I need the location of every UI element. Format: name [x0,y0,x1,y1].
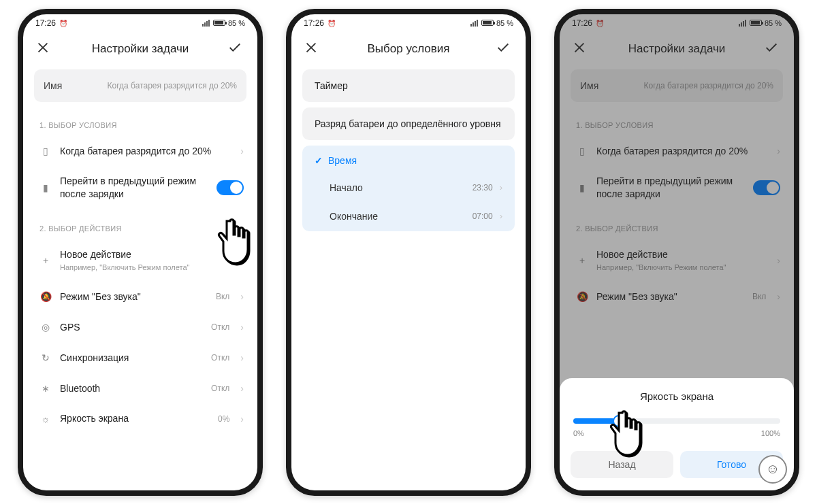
page-title: Настройки задачи [92,42,189,56]
status-time: 17:26 [35,18,56,28]
confirm-icon[interactable] [496,40,513,58]
chevron-right-icon: › [238,383,244,394]
chevron-right-icon: › [500,182,502,192]
sync-icon: ↻ [39,352,52,363]
section-action: 2. ВЫБОР ДЕЙСТВИЯ [30,220,251,239]
name-value: Когда батарея разрядится до 20% [108,81,237,90]
confirm-icon[interactable] [227,40,245,58]
option-time[interactable]: Время Начало 23:30 › Окончание 07:00 › [302,146,515,231]
chevron-right-icon: › [238,291,244,302]
action-row-brightness[interactable]: ☼ Яркость экрана 0% › [30,403,251,434]
battery-low-icon: ▯ [39,146,52,156]
condition-text: Когда батарея разрядится до 20% [60,145,229,158]
time-start-row[interactable]: Начало 23:30 › [302,174,515,203]
signal-icon [470,20,479,27]
phone-condition-picker: 17:26 85 % Выбор условия Таймер Разряд б… [286,9,531,496]
chevron-right-icon: › [238,352,244,363]
status-battery: 85 % [228,19,245,27]
close-icon[interactable] [35,40,53,58]
chevron-right-icon: › [238,146,244,156]
task-name-field[interactable]: Имя Когда батарея разрядится до 20% [34,69,246,102]
slider-max: 100% [761,429,780,437]
name-label: Имя [44,80,62,91]
section-condition: 1. ВЫБОР УСЛОВИЯ [30,117,251,136]
chevron-right-icon: › [238,255,244,266]
condition-row[interactable]: ▯ Когда батарея разрядится до 20% › [30,136,251,167]
chevron-right-icon: › [238,322,244,333]
alarm-icon [327,18,336,28]
action-row-sync[interactable]: ↻ Синхронизация Откл › [30,343,251,373]
cancel-button[interactable]: Назад [571,451,673,478]
status-bar: 17:26 85 % [23,14,257,32]
phone-brightness-sheet: 17:26 85 % Настройки задачи Имя Когда ба… [554,9,799,496]
brightness-icon: ☼ [39,414,52,424]
close-icon[interactable] [304,40,321,58]
action-row-gps[interactable]: ◎ GPS Откл › [30,312,251,343]
chevron-right-icon: › [238,414,244,424]
new-action-row[interactable]: + Новое действие Например, "Включить Реж… [30,239,251,282]
option-timer[interactable]: Таймер [302,69,515,102]
time-end-row[interactable]: Окончание 07:00 › [302,203,515,231]
mascot-avatar: ☺ [758,455,787,484]
action-row-bluetooth[interactable]: ∗ Bluetooth Откл › [30,373,251,404]
bluetooth-icon: ∗ [39,383,52,394]
battery-icon [213,20,225,26]
option-time-label: Время [328,155,357,166]
battery-full-icon: ▮ [39,182,52,193]
gps-icon: ◎ [39,322,52,333]
page-title: Выбор условия [367,42,449,56]
slider-thumb[interactable] [613,415,625,427]
signal-icon [202,20,210,27]
action-row-silent[interactable]: 🔕 Режим "Без звука" Вкл › [30,282,251,312]
alarm-icon [59,18,67,28]
restore-toggle[interactable] [217,180,244,195]
mute-icon: 🔕 [39,291,52,302]
status-time: 17:26 [304,18,324,28]
option-battery-level[interactable]: Разряд батареи до определённого уровня [302,107,515,140]
status-battery: 85 % [496,19,513,27]
battery-icon [481,20,494,26]
new-action-label: Новое действие [60,248,229,261]
sheet-title: Яркость экрана [571,390,783,402]
brightness-slider[interactable] [573,418,780,424]
restore-mode-row: ▮ Перейти в предыдущий режим после заряд… [30,166,251,209]
restore-text: Перейти в предыдущий режим после зарядки [60,175,208,201]
header: Выбор условия [291,32,526,69]
chevron-right-icon: › [500,211,502,221]
header: Настройки задачи [23,32,257,69]
slider-fill [573,418,615,424]
phone-task-settings: 17:26 85 % Настройки задачи Имя Когда ба… [18,9,263,496]
new-action-hint: Например, "Включить Режим полета" [60,263,229,273]
status-bar: 17:26 85 % [291,14,526,32]
check-icon [315,155,323,166]
plus-icon: + [39,255,52,266]
slider-min: 0% [573,429,584,437]
